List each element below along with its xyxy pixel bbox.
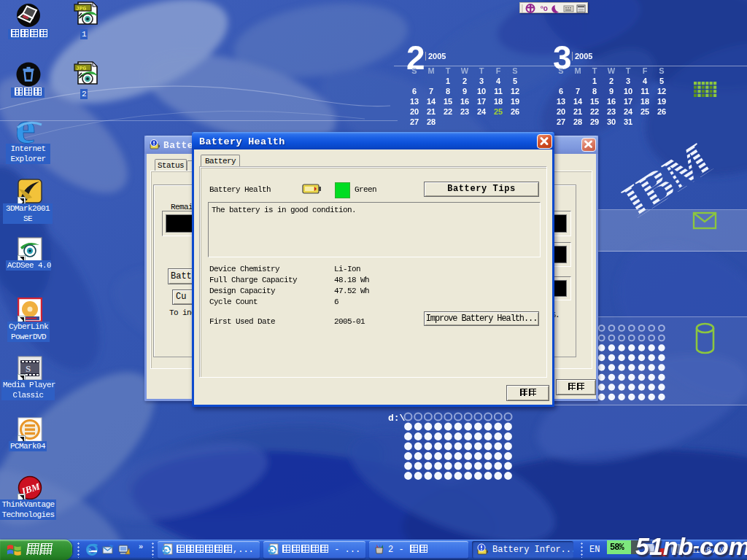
svg-text:JPG: JPG bbox=[76, 65, 87, 71]
svg-text:JPG: JPG bbox=[76, 5, 87, 12]
svg-text:ºo: ºo bbox=[541, 4, 548, 12]
svg-text:e: e bbox=[164, 545, 168, 554]
svg-text:S: S bbox=[26, 363, 31, 374]
svg-text:e: e bbox=[270, 545, 274, 554]
svg-text:e: e bbox=[87, 545, 91, 556]
